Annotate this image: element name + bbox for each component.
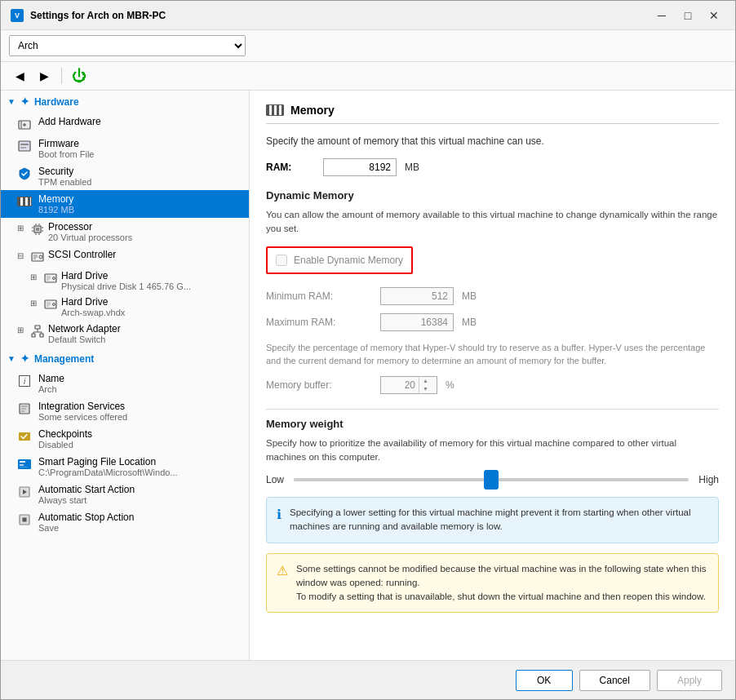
svg-rect-34 bbox=[40, 334, 43, 337]
enable-dynamic-memory-checkbox[interactable] bbox=[276, 255, 287, 266]
security-label: Security bbox=[38, 166, 91, 177]
power-button[interactable]: ⏻ bbox=[69, 65, 90, 86]
sidebar-item-hdd1[interactable]: ⊞ Hard Drive Physical drive Disk 1 465.7… bbox=[1, 268, 249, 294]
slider-thumb[interactable] bbox=[484, 470, 499, 490]
close-button[interactable]: ✕ bbox=[703, 7, 725, 24]
apply-button[interactable]: Apply bbox=[657, 670, 722, 691]
sidebar-item-scsi[interactable]: ⊟ SCSI Controller bbox=[1, 246, 249, 268]
sidebar-item-add-hardware[interactable]: Add Hardware bbox=[1, 113, 249, 135]
hdd2-sub: Arch-swap.vhdx bbox=[61, 308, 125, 317]
svg-rect-6 bbox=[20, 147, 26, 148]
sidebar: ▼ ✦ Hardware Add Hardware bbox=[1, 91, 250, 660]
name-text: Name Arch bbox=[38, 373, 64, 394]
checkpoints-label: Checkpoints bbox=[38, 428, 92, 440]
divider-1 bbox=[266, 409, 719, 410]
warning-icon: ⚠ bbox=[277, 563, 288, 578]
checkpoints-text: Checkpoints Disabled bbox=[38, 428, 92, 450]
autostop-label: Automatic Stop Action bbox=[38, 512, 134, 523]
checkpoints-sub: Disabled bbox=[38, 440, 92, 450]
weight-slider-track[interactable] bbox=[294, 478, 689, 481]
hdd2-expand-icon: ⊞ bbox=[30, 299, 40, 308]
maximize-button[interactable]: □ bbox=[676, 7, 699, 24]
hardware-section-header[interactable]: ▼ ✦ Hardware bbox=[1, 91, 249, 113]
svg-rect-4 bbox=[19, 141, 30, 151]
buffer-spinner: ▲ ▼ bbox=[419, 377, 432, 393]
dynamic-memory-desc: You can allow the amount of memory avail… bbox=[266, 208, 719, 237]
svg-rect-5 bbox=[20, 144, 29, 145]
title-bar: V Settings for Arch on MBR-PC ─ □ ✕ bbox=[1, 1, 735, 30]
processor-label: Processor bbox=[48, 221, 132, 233]
firmware-text: Firmware Boot from File bbox=[38, 138, 94, 159]
weight-title: Memory weight bbox=[266, 418, 719, 430]
ok-button[interactable]: OK bbox=[516, 670, 573, 691]
minimize-button[interactable]: ─ bbox=[650, 7, 673, 24]
sidebar-item-name[interactable]: i Name Arch bbox=[1, 370, 249, 397]
integration-icon bbox=[17, 401, 32, 416]
autostart-sub: Always start bbox=[38, 495, 135, 505]
firmware-icon bbox=[17, 139, 32, 153]
buffer-spin-down[interactable]: ▼ bbox=[419, 385, 432, 393]
max-ram-unit: MB bbox=[462, 317, 477, 328]
ram-input[interactable] bbox=[323, 158, 397, 176]
paging-icon bbox=[17, 457, 32, 472]
svg-rect-46 bbox=[20, 464, 24, 466]
processor-text: Processor 20 Virtual processors bbox=[48, 221, 132, 242]
panel-memory-icon bbox=[266, 104, 284, 117]
sidebar-item-hdd2[interactable]: ⊞ Hard Drive Arch-swap.vhdx bbox=[1, 294, 249, 320]
right-panel: Memory Specify the amount of memory that… bbox=[250, 91, 735, 660]
enable-dynamic-memory-row[interactable]: Enable Dynamic Memory bbox=[266, 246, 413, 274]
management-section-label: Management bbox=[34, 353, 94, 365]
buffer-spin-up[interactable]: ▲ bbox=[419, 377, 432, 385]
cancel-button[interactable]: Cancel bbox=[579, 670, 650, 691]
sidebar-item-firmware[interactable]: Firmware Boot from File bbox=[1, 135, 249, 162]
sidebar-item-integration[interactable]: Integration Services Some services offer… bbox=[1, 397, 249, 425]
back-button[interactable]: ◀ bbox=[9, 65, 30, 86]
add-hardware-label: Add Hardware bbox=[38, 116, 101, 127]
ram-label: RAM: bbox=[266, 162, 315, 173]
autostart-icon bbox=[17, 485, 32, 499]
network-text: Network Adapter Default Switch bbox=[48, 323, 121, 344]
sidebar-item-autostart[interactable]: Automatic Start Action Always start bbox=[1, 481, 249, 508]
autostop-text: Automatic Stop Action Save bbox=[38, 512, 134, 533]
vm-selector-dropdown[interactable]: Arch bbox=[9, 35, 246, 56]
scsi-label: SCSI Controller bbox=[48, 249, 116, 260]
sidebar-item-autostop[interactable]: Automatic Stop Action Save bbox=[1, 508, 249, 536]
forward-button[interactable]: ▶ bbox=[33, 65, 55, 86]
processor-icon bbox=[30, 222, 45, 237]
panel-title: Memory bbox=[290, 104, 335, 117]
autostop-icon bbox=[17, 512, 32, 527]
max-ram-input[interactable] bbox=[380, 313, 454, 331]
memory-text: Memory 8192 MB bbox=[38, 193, 74, 215]
panel-description: Specify the amount of memory that this v… bbox=[266, 135, 719, 147]
sidebar-item-network[interactable]: ⊞ Network Adapter Default Switch bbox=[1, 320, 249, 348]
sidebar-item-processor[interactable]: ⊞ Processor bbox=[1, 218, 249, 246]
svg-rect-47 bbox=[20, 467, 27, 467]
ram-unit: MB bbox=[405, 162, 419, 173]
sidebar-item-security[interactable]: Security TPM enabled bbox=[1, 162, 249, 190]
scsi-expand-icon: ⊟ bbox=[17, 251, 27, 260]
autostop-sub: Save bbox=[38, 523, 134, 533]
panel-header: Memory bbox=[266, 104, 719, 124]
name-label: Name bbox=[38, 373, 64, 384]
info-text: Specifying a lower setting for this virt… bbox=[290, 506, 708, 534]
sidebar-item-paging[interactable]: Smart Paging File Location C:\ProgramDat… bbox=[1, 453, 249, 481]
autostart-label: Automatic Start Action bbox=[38, 484, 135, 495]
main-content: ▼ ✦ Hardware Add Hardware bbox=[1, 91, 735, 660]
max-ram-row: Maximum RAM: MB bbox=[266, 313, 719, 331]
security-icon bbox=[17, 166, 32, 181]
min-ram-input[interactable] bbox=[380, 287, 454, 305]
sidebar-item-checkpoints[interactable]: Checkpoints Disabled bbox=[1, 425, 249, 453]
svg-rect-44 bbox=[18, 459, 31, 469]
processor-sub: 20 Virtual processors bbox=[48, 233, 132, 242]
network-icon bbox=[30, 324, 45, 339]
add-hardware-icon bbox=[17, 117, 32, 131]
sidebar-item-memory[interactable]: Memory 8192 MB bbox=[1, 190, 249, 218]
scsi-icon bbox=[30, 250, 45, 264]
hdd1-label: Hard Drive bbox=[61, 270, 191, 281]
hdd2-icon bbox=[43, 297, 58, 312]
management-section-header[interactable]: ▼ ✦ Management bbox=[1, 348, 249, 370]
buffer-input[interactable] bbox=[381, 377, 419, 393]
app-icon: V bbox=[11, 9, 24, 22]
autostart-text: Automatic Start Action Always start bbox=[38, 484, 135, 505]
weight-desc: Specify how to prioritize the availabili… bbox=[266, 436, 719, 465]
